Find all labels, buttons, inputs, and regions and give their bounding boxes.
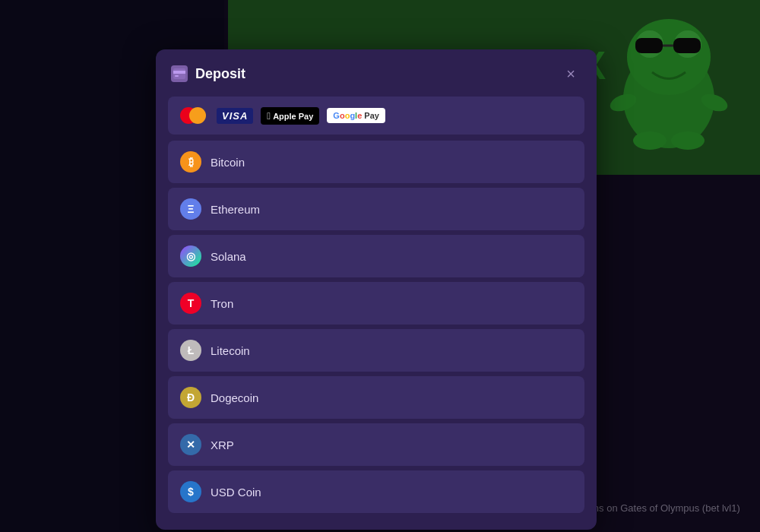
modal-title-wrap: Deposit	[171, 65, 245, 82]
crypto-row-bitcoin[interactable]: ₿Bitcoin	[168, 141, 584, 183]
mastercard-icon	[180, 106, 209, 125]
xrp-label: XRP	[211, 439, 234, 451]
modal-title: Deposit	[195, 66, 245, 82]
apple-pay-icon:  Apple Pay	[261, 106, 319, 125]
svg-rect-13	[175, 75, 179, 77]
crypto-row-xrp[interactable]: ✕XRP	[168, 423, 584, 466]
close-button[interactable]: ×	[560, 63, 581, 84]
usd-coin-icon: $	[180, 481, 201, 502]
google-pay-icon: Google Pay	[327, 106, 385, 125]
tron-label: Tron	[211, 297, 233, 310]
deposit-modal: Deposit × VISA  Apple Pay	[156, 49, 597, 530]
ethereum-label: Ethereum	[211, 203, 260, 216]
deposit-icon	[171, 65, 188, 82]
bitcoin-icon: ₿	[180, 151, 201, 173]
solana-icon: ◎	[180, 245, 201, 267]
ethereum-icon: Ξ	[180, 198, 201, 220]
crypto-row-litecoin[interactable]: ŁLitecoin	[168, 329, 584, 372]
crypto-row-solana[interactable]: ◎Solana	[168, 235, 584, 277]
usd-coin-label: USD Coin	[211, 486, 261, 499]
crypto-row-ethereum[interactable]: ΞEthereum	[168, 188, 584, 230]
crypto-row-usd-coin[interactable]: $USD Coin	[168, 470, 584, 513]
tron-icon: T	[180, 293, 201, 314]
crypto-list: ₿BitcoinΞEthereum◎SolanaTTronŁLitecoinÐD…	[168, 141, 584, 513]
bitcoin-label: Bitcoin	[211, 156, 245, 169]
crypto-row-tron[interactable]: TTron	[168, 282, 584, 325]
solana-label: Solana	[211, 250, 246, 263]
modal-body: VISA  Apple Pay Google Pay ₿BitcoinΞEth…	[156, 97, 597, 513]
svg-rect-12	[173, 71, 185, 74]
litecoin-icon: Ł	[180, 340, 201, 361]
dogecoin-label: Dogecoin	[211, 391, 258, 404]
visa-icon: VISA	[217, 106, 253, 125]
litecoin-label: Litecoin	[211, 344, 250, 357]
payment-methods-row[interactable]: VISA  Apple Pay Google Pay	[168, 97, 584, 135]
xrp-icon: ✕	[180, 434, 201, 455]
dogecoin-icon: Ð	[180, 387, 201, 408]
modal-header: Deposit ×	[156, 49, 597, 97]
crypto-row-dogecoin[interactable]: ÐDogecoin	[168, 376, 584, 419]
